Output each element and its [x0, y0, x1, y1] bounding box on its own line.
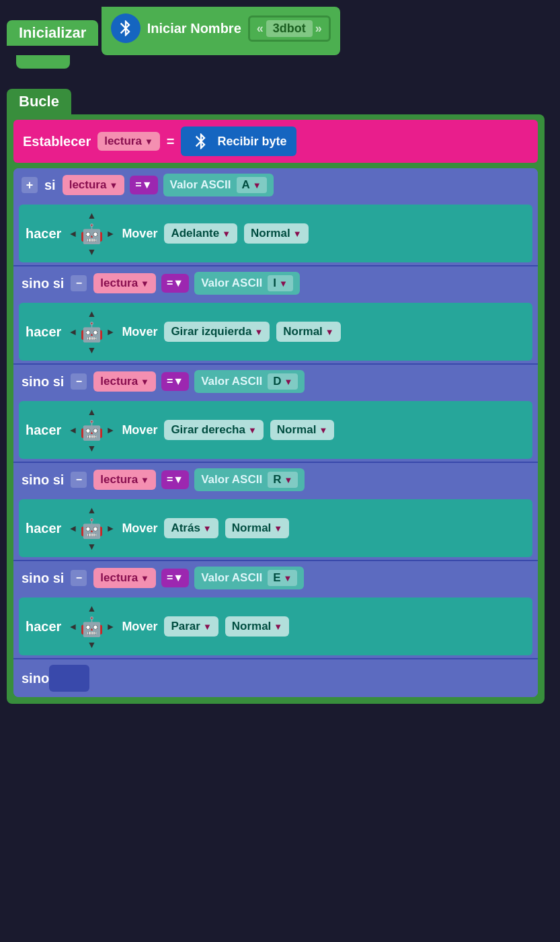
hacer-label-1: hacer [26, 226, 61, 242]
move-label-2: Mover [122, 325, 157, 339]
cond3-dropdown-icon: ▼ [141, 377, 149, 387]
direction-dropdown-1[interactable]: Adelante ▼ [164, 223, 237, 244]
ascii-label-5: Valor ASCII [201, 571, 262, 585]
condition-3-row: lectura ▼ =▼ Valor ASCII D ▼ [93, 370, 305, 393]
init-tab-notch [16, 55, 70, 69]
op-dropdown-5[interactable]: =▼ [161, 569, 189, 587]
bt-recv-block[interactable]: Recibir byte [181, 126, 296, 156]
close-quote: » [315, 22, 322, 36]
minus-button-4[interactable]: − [71, 570, 87, 586]
direction-dropdown-4[interactable]: Atrás ▼ [164, 518, 218, 538]
minus-button-3[interactable]: − [71, 472, 87, 488]
init-header: Inicializar [7, 20, 98, 46]
ascii-val-3[interactable]: D ▼ [268, 373, 298, 390]
op-dropdown-1[interactable]: =▼ [130, 176, 157, 194]
lectura-var-cond1[interactable]: lectura ▼ [63, 175, 125, 195]
condition-2-row: lectura ▼ =▼ Valor ASCII I ▼ [93, 272, 299, 295]
ascii-label-4: Valor ASCII [201, 473, 262, 486]
cond1-dropdown-icon: ▼ [109, 180, 118, 190]
robot-icon-4: ▲ ▼ ◄ ► 🤖 [68, 505, 115, 552]
speed-dropdown-3[interactable]: Normal ▼ [270, 420, 334, 440]
ascii-block-3[interactable]: Valor ASCII D ▼ [194, 370, 305, 393]
ascii-val-4[interactable]: R ▼ [268, 472, 298, 488]
speed-dropdown-5[interactable]: Normal ▼ [225, 616, 289, 637]
ascii-block-5[interactable]: Valor ASCII E ▼ [194, 567, 304, 589]
lectura-var-cond2[interactable]: lectura ▼ [93, 273, 156, 293]
elseif-row-1: sino si − lectura ▼ =▼ Valor ASCII I ▼ [13, 265, 538, 300]
hacer-label-4: hacer [26, 521, 61, 536]
dir5-arrow-icon: ▼ [203, 622, 212, 632]
sino-si-label-4: sino si [22, 571, 64, 586]
ascii-val-2-arrow: ▼ [279, 279, 288, 289]
direction-dropdown-3[interactable]: Girar derecha ▼ [164, 420, 263, 440]
bluetooth-icon [111, 13, 141, 43]
direction-dropdown-5[interactable]: Parar ▼ [164, 616, 218, 637]
robot-icon-1: ▲ ▼ ◄ ► 🤖 [68, 210, 115, 257]
init-body: Iniciar Nombre « 3dbot » [102, 7, 340, 55]
ascii-label-1: Valor ASCII [170, 178, 231, 192]
condition-4-row: lectura ▼ =▼ Valor ASCII R ▼ [93, 468, 305, 491]
ascii-block-2[interactable]: Valor ASCII I ▼ [194, 272, 300, 295]
si-label: si [44, 178, 56, 193]
sino-puzzle [49, 665, 89, 692]
direction-dropdown-2[interactable]: Girar izquierda ▼ [164, 322, 270, 342]
move-label-1: Mover [122, 227, 157, 241]
dir4-arrow-icon: ▼ [203, 523, 212, 534]
lectura-var-cond5[interactable]: lectura ▼ [93, 568, 156, 588]
op-dropdown-4[interactable]: =▼ [161, 470, 189, 489]
if-block: + si lectura ▼ =▼ Valor ASCII A ▼ [13, 168, 538, 697]
op-dropdown-3[interactable]: =▼ [161, 372, 189, 391]
minus-button-2[interactable]: − [71, 373, 87, 390]
ascii-val-5[interactable]: E ▼ [268, 570, 297, 586]
dropdown-arrow-icon: ▼ [145, 137, 153, 147]
loop-header: Bucle [7, 89, 71, 114]
lectura-var-set[interactable]: lectura ▼ [97, 132, 160, 151]
do-block-1: hacer ▲ ▼ ◄ ► 🤖 Mover Adelante ▼ Normal … [19, 205, 532, 262]
speed-dropdown-2[interactable]: Normal ▼ [276, 322, 340, 342]
lectura-var-cond3[interactable]: lectura ▼ [93, 371, 156, 392]
set-block: Establecer lectura ▼ = Recibir byte [13, 120, 538, 163]
condition-5-row: lectura ▼ =▼ Valor ASCII E ▼ [93, 567, 304, 589]
speed5-arrow-icon: ▼ [274, 622, 282, 632]
hacer-label-2: hacer [26, 324, 61, 340]
ascii-block-1[interactable]: Valor ASCII A ▼ [163, 174, 274, 196]
lectura-var-cond4[interactable]: lectura ▼ [93, 470, 156, 490]
hacer-label-3: hacer [26, 423, 61, 438]
move-label-3: Mover [122, 423, 157, 437]
cond5-dropdown-icon: ▼ [141, 573, 149, 583]
cond4-dropdown-icon: ▼ [141, 475, 149, 485]
dir2-arrow-icon: ▼ [254, 327, 263, 337]
plus-button[interactable]: + [22, 177, 38, 193]
ascii-block-4[interactable]: Valor ASCII R ▼ [194, 468, 305, 491]
speed2-arrow-icon: ▼ [325, 327, 334, 337]
move-label-5: Mover [122, 620, 157, 634]
ascii-label-2: Valor ASCII [201, 277, 262, 290]
op-dropdown-2[interactable]: =▼ [161, 274, 189, 293]
elseif-row-2: sino si − lectura ▼ =▼ Valor ASCII D ▼ [13, 363, 538, 398]
open-quote: « [257, 22, 264, 36]
speed-dropdown-4[interactable]: Normal ▼ [225, 518, 289, 538]
loop-body: Establecer lectura ▼ = Recibir byte + si [7, 114, 545, 704]
cond2-dropdown-icon: ▼ [141, 279, 149, 289]
sino-label: sino [22, 671, 49, 686]
equals-sign: = [167, 134, 175, 149]
ascii-val-1[interactable]: A ▼ [237, 177, 267, 193]
speed4-arrow-icon: ▼ [274, 523, 282, 534]
move-label-4: Mover [122, 521, 157, 536]
robot-icon-5: ▲ ▼ ◄ ► 🤖 [68, 603, 115, 650]
init-text: Iniciar Nombre [147, 21, 241, 36]
sino-si-label-3: sino si [22, 472, 64, 488]
speed1-arrow-icon: ▼ [293, 229, 302, 239]
elseif-row-3: sino si − lectura ▼ =▼ Valor ASCII R ▼ [13, 462, 538, 497]
recv-label: Recibir byte [217, 135, 286, 149]
speed-dropdown-1[interactable]: Normal ▼ [244, 223, 308, 244]
do-block-2: hacer ▲ ▼ ◄ ► 🤖 Mover Girar izquierda ▼ … [19, 303, 532, 361]
ascii-val-2[interactable]: I ▼ [268, 275, 293, 291]
robot-icon-2: ▲ ▼ ◄ ► 🤖 [68, 308, 115, 355]
set-label: Establecer [23, 134, 91, 149]
if-header: + si lectura ▼ =▼ Valor ASCII A ▼ [13, 168, 538, 202]
minus-button-1[interactable]: − [71, 275, 87, 291]
hacer-label-5: hacer [26, 619, 61, 635]
sino-si-label-2: sino si [22, 374, 64, 390]
initialize-block: Inicializar Iniciar Nombre « 3dbot » [7, 7, 340, 69]
